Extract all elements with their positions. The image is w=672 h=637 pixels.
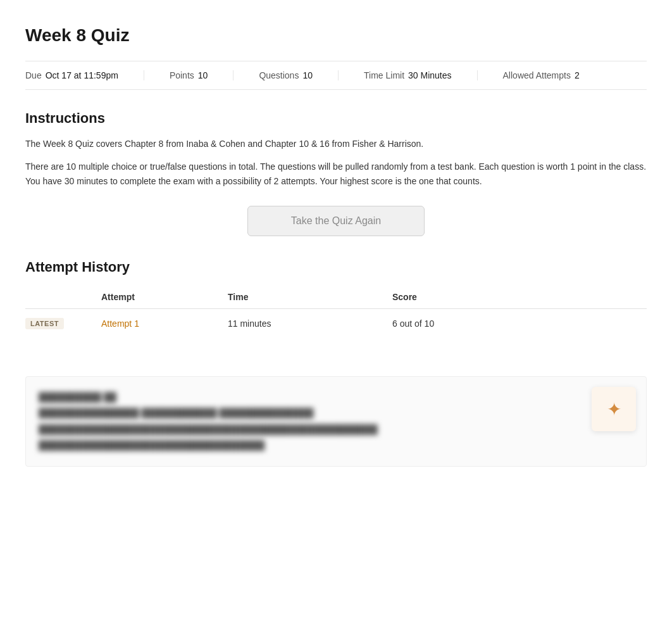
attempt-history-title: Attempt History bbox=[25, 259, 647, 275]
attempt-link[interactable]: Attempt 1 bbox=[101, 318, 139, 329]
page-title: Week 8 Quiz bbox=[25, 25, 647, 46]
col-header-time: Time bbox=[228, 286, 392, 309]
points-value: 10 bbox=[198, 70, 208, 80]
score-cell: 6 out of 10 bbox=[392, 309, 647, 339]
badge-cell: LATEST bbox=[25, 309, 101, 339]
questions-item: Questions 10 bbox=[259, 70, 339, 80]
attempt-table: Attempt Time Score LATEST Attempt 1 11 m… bbox=[25, 286, 647, 338]
instructions-paragraph1: The Week 8 Quiz covers Chapter 8 from In… bbox=[25, 137, 647, 151]
metadata-bar: Due Oct 17 at 11:59pm Points 10 Question… bbox=[25, 61, 647, 90]
instructions-title: Instructions bbox=[25, 110, 647, 127]
time-limit-value: 30 Minutes bbox=[408, 70, 451, 80]
points-item: Points 10 bbox=[170, 70, 234, 80]
take-quiz-button[interactable]: Take the Quiz Again bbox=[247, 206, 425, 236]
blurred-overlay: ✦ bbox=[592, 387, 636, 431]
instructions-paragraph2: There are 10 multiple choice or true/fal… bbox=[25, 160, 647, 188]
questions-label: Questions bbox=[259, 70, 299, 80]
blurred-section: ██████████ ██████████████████ ██████████… bbox=[25, 376, 647, 467]
attempt-history-section: Attempt History Attempt Time Score LATES… bbox=[25, 259, 647, 338]
allowed-attempts-label: Allowed Attempts bbox=[503, 70, 571, 80]
col-header-score: Score bbox=[392, 286, 647, 309]
table-header-row: Attempt Time Score bbox=[25, 286, 647, 309]
time-limit-label: Time Limit bbox=[364, 70, 404, 80]
col-header-badge bbox=[25, 286, 101, 309]
time-limit-item: Time Limit 30 Minutes bbox=[364, 70, 478, 80]
due-label: Due bbox=[25, 70, 42, 80]
col-header-attempt: Attempt bbox=[101, 286, 228, 309]
due-item: Due Oct 17 at 11:59pm bbox=[25, 70, 144, 80]
questions-value: 10 bbox=[302, 70, 313, 80]
time-cell: 11 minutes bbox=[228, 309, 392, 339]
latest-badge: LATEST bbox=[25, 318, 64, 329]
table-row: LATEST Attempt 1 11 minutes 6 out of 10 bbox=[25, 309, 647, 339]
allowed-attempts-value: 2 bbox=[575, 70, 580, 80]
due-value: Oct 17 at 11:59pm bbox=[46, 70, 118, 80]
blurred-content: ██████████ ██████████████████ ██████████… bbox=[39, 389, 633, 453]
star-icon: ✦ bbox=[607, 399, 621, 420]
allowed-attempts-item: Allowed Attempts 2 bbox=[503, 70, 605, 80]
attempt-cell[interactable]: Attempt 1 bbox=[101, 309, 228, 339]
points-label: Points bbox=[170, 70, 194, 80]
